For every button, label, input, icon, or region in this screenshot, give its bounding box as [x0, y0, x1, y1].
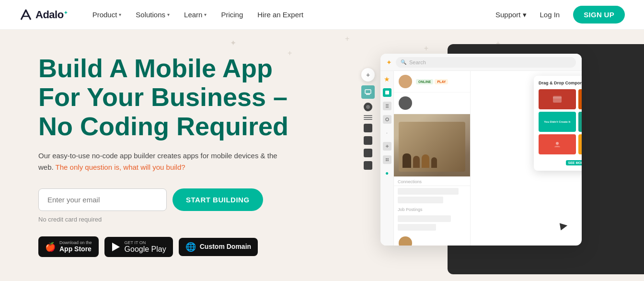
user-list-item-1[interactable]: ONLINE PLAY	[394, 71, 470, 93]
hero-content: Build A Mobile App For Your Business – N…	[0, 35, 326, 276]
user-list-item-2[interactable]	[394, 93, 470, 114]
deco-plus-5: +	[345, 35, 349, 43]
toolbar-circle-2	[364, 103, 372, 111]
svg-rect-5	[385, 91, 389, 94]
svg-point-17	[556, 142, 559, 145]
svg-rect-14	[553, 96, 562, 103]
sidebar-icon-1[interactable]	[383, 102, 391, 110]
nav-item-solutions[interactable]: Solutions ▾	[130, 8, 175, 22]
signup-button[interactable]: SIGN UP	[573, 6, 625, 23]
chevron-down-icon: ▾	[523, 11, 527, 19]
logo[interactable]: Adalo ✦	[19, 8, 68, 22]
email-input[interactable]	[38, 188, 167, 211]
avatar-2	[399, 96, 412, 110]
toolbar-edit-icon	[364, 149, 372, 157]
svg-rect-1	[365, 90, 371, 94]
toolbar-settings-icon	[364, 124, 372, 132]
component-item-4: Waitlist Form	[578, 112, 582, 132]
status-badges-1: ONLINE PLAY	[416, 79, 448, 84]
apple-icon: 🍎	[45, 242, 56, 252]
nav-item-learn[interactable]: Learn ▾	[178, 8, 212, 22]
svg-rect-12	[386, 160, 387, 162]
see-more-section: SEE MORE	[539, 157, 582, 166]
nav-item-pricing[interactable]: Pricing	[215, 8, 249, 22]
components-grid: You Didn't Create It Waitlist Form	[539, 89, 582, 154]
nav-item-product[interactable]: Product ▾	[87, 8, 127, 22]
content-panel: ONLINE PLAY	[394, 71, 471, 246]
custom-domain-badge[interactable]: 🌐 Custom Domain	[179, 238, 258, 256]
toolbar-monitor-icon	[361, 85, 375, 99]
connections-section: Connections	[394, 176, 470, 203]
svg-rect-11	[387, 158, 389, 160]
sidebar-star-icon[interactable]: ★	[383, 75, 391, 83]
app-store-badge[interactable]: 🍎 Download on the App Store	[38, 236, 99, 257]
hero-title: Build A Mobile App For Your Business – N…	[38, 54, 297, 140]
toolbar-plus-btn[interactable]: +	[361, 68, 375, 82]
nav-right: Support ▾ Log In SIGN UP	[495, 6, 625, 23]
preview-image: SEE MORE	[394, 114, 470, 176]
support-button[interactable]: Support ▾	[495, 11, 527, 19]
avatar-1	[399, 75, 412, 88]
hero-visual: + ✦ 🔍 Search	[352, 44, 644, 274]
avatar-3	[399, 236, 412, 246]
sidebar-icon-4[interactable]	[383, 155, 391, 164]
editor-search-bar[interactable]: 🔍 Search	[396, 57, 576, 68]
user-list-item-3[interactable]	[394, 233, 470, 246]
chevron-down-icon: ▾	[204, 12, 207, 17]
chevron-down-icon: ▾	[119, 12, 121, 17]
no-credit-text: No credit card required	[38, 216, 297, 223]
components-panel: Drag & Drop Components You Didn't Create…	[534, 76, 582, 171]
google-play-badge[interactable]: GET IT ON Google Play	[104, 237, 173, 257]
toolbar-list-icon	[364, 115, 372, 120]
globe-icon: 🌐	[185, 242, 196, 252]
nav-item-hire-expert[interactable]: Hire an Expert	[252, 8, 309, 22]
editor-body: ★ · ●	[380, 71, 582, 246]
sidebar-icon-2[interactable]	[383, 115, 391, 124]
editor-card: ✦ 🔍 Search ★	[380, 54, 582, 246]
component-item-1	[539, 89, 576, 109]
toolbar-user-icon	[364, 136, 372, 145]
component-item-6	[578, 134, 582, 154]
svg-rect-13	[387, 160, 389, 162]
main-editor-area: Drag & Drop Components You Didn't Create…	[471, 71, 582, 246]
editor-left-toolbar: +	[361, 68, 375, 170]
adalo-star-icon: ✦	[386, 59, 392, 66]
start-building-button[interactable]: START BUILDING	[172, 188, 263, 211]
navbar: Adalo ✦ Product ▾ Solutions ▾ Learn ▾ Pr…	[0, 0, 644, 30]
sidebar-active-icon[interactable]	[383, 88, 391, 97]
svg-rect-10	[386, 158, 387, 160]
login-button[interactable]: Log In	[534, 8, 566, 22]
sidebar-dot-1: ·	[383, 129, 391, 137]
component-item-3: You Didn't Create It	[539, 112, 576, 132]
store-badges: 🍎 Download on the App Store GET IT ON Go…	[38, 236, 297, 257]
search-icon: 🔍	[401, 59, 406, 65]
hero-subtitle: Our easy-to-use no-code app builder crea…	[38, 150, 278, 173]
sidebar-icon-3[interactable]	[383, 142, 391, 151]
svg-marker-0	[112, 243, 120, 251]
svg-point-9	[386, 118, 389, 121]
editor-sidebar-icons: ★ · ●	[380, 71, 394, 246]
cursor-icon: ▶	[559, 219, 568, 232]
hero-section: ✦ + + ✦ + + Build A Mobile App For Your …	[0, 30, 644, 281]
component-item-2	[578, 89, 582, 109]
editor-topbar: ✦ 🔍 Search	[380, 54, 582, 71]
email-row: START BUILDING	[38, 188, 297, 211]
component-item-5	[539, 134, 576, 154]
job-postings-section: Job Postings	[394, 205, 470, 231]
google-play-icon	[111, 242, 121, 252]
sidebar-dot-2: ●	[383, 169, 391, 177]
logo-text: Adalo	[35, 9, 64, 21]
chevron-down-icon: ▾	[167, 12, 170, 17]
toolbar-link-icon	[364, 161, 372, 170]
nav-links: Product ▾ Solutions ▾ Learn ▾ Pricing Hi…	[87, 8, 495, 22]
